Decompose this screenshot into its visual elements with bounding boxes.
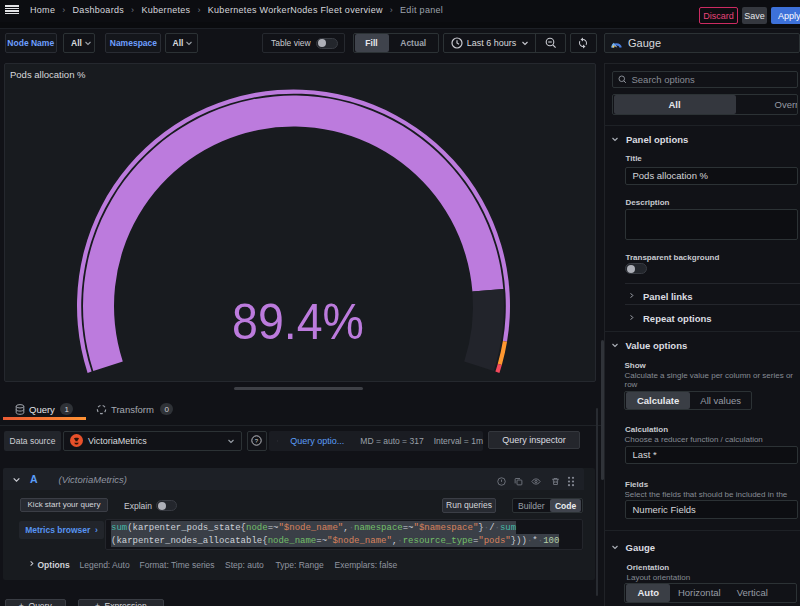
- svg-text:?: ?: [255, 438, 259, 444]
